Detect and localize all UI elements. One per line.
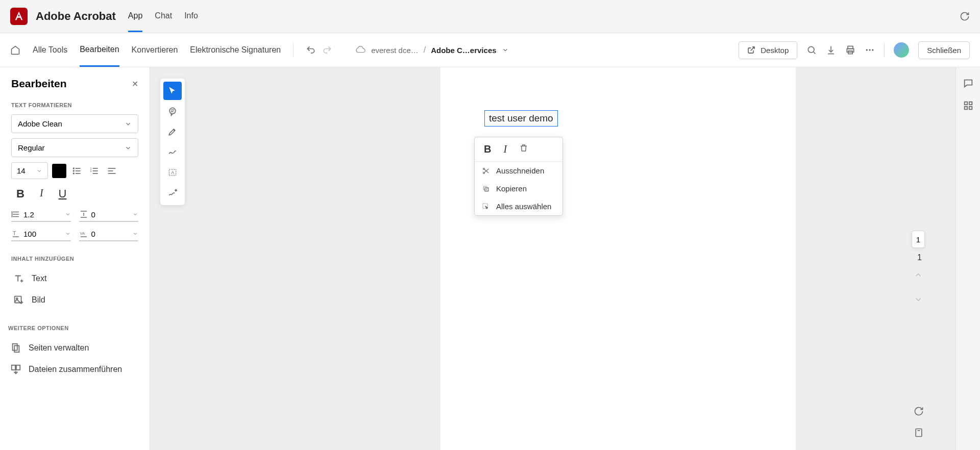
trash-icon — [519, 143, 528, 153]
comment-tool[interactable] — [163, 102, 182, 120]
select-all-icon — [482, 203, 490, 211]
tracking-icon: VA — [79, 229, 88, 238]
more-icon[interactable] — [865, 45, 875, 55]
underline-button[interactable]: U — [59, 187, 67, 201]
text-edit-box[interactable]: test user demo — [484, 110, 558, 127]
font-size-value: 14 — [17, 166, 26, 175]
add-image-button[interactable]: Bild — [11, 289, 138, 311]
tab-signatures[interactable]: Elektronische Signaturen — [190, 34, 281, 66]
chevron-down-icon — [132, 231, 138, 237]
tab-edit[interactable]: Bearbeiten — [80, 34, 119, 67]
refresh-icon[interactable] — [960, 11, 970, 21]
font-style-dropdown[interactable]: Regular — [11, 138, 138, 157]
sidebar-title: Bearbeiten — [11, 78, 67, 90]
tab-convert[interactable]: Konvertieren — [132, 34, 178, 66]
fill-sign-tool[interactable] — [163, 184, 182, 202]
menu-cut-label: Ausschneiden — [496, 166, 544, 175]
avatar[interactable] — [894, 42, 909, 58]
line-height-field[interactable]: 1.2 — [11, 210, 71, 222]
text-select-tool[interactable]: A — [163, 163, 182, 182]
draw-tool[interactable] — [163, 143, 182, 161]
page-down-button[interactable] — [914, 295, 924, 305]
document-page[interactable]: test user demo B I Ausschneiden Kopieren — [440, 67, 796, 450]
chevron-down-icon — [132, 211, 138, 217]
page-total: 1 — [917, 253, 922, 262]
thumbnails-panel-icon[interactable] — [963, 100, 974, 111]
color-picker[interactable] — [52, 164, 66, 178]
copy-icon — [482, 185, 490, 193]
floating-toolbar: A — [160, 79, 185, 205]
svg-point-35 — [483, 168, 485, 169]
close-button[interactable]: Schließen — [918, 41, 970, 59]
menu-cut[interactable]: Ausschneiden — [475, 162, 562, 180]
cut-icon — [482, 167, 490, 175]
menu-copy[interactable]: Kopieren — [475, 180, 562, 197]
svg-rect-43 — [969, 107, 972, 110]
svg-text:2: 2 — [90, 169, 92, 172]
breadcrumb-file[interactable]: Adobe C…ervices — [431, 46, 496, 55]
svg-rect-23 — [15, 296, 21, 303]
manage-pages-label: Seiten verwalten — [29, 343, 89, 353]
page-ruler-icon[interactable] — [914, 428, 924, 438]
numbered-list-icon[interactable]: 12 — [88, 164, 101, 178]
bold-button[interactable]: B — [16, 187, 24, 201]
breadcrumb-folder[interactable]: everest dce… — [371, 46, 419, 55]
desktop-button[interactable]: Desktop — [739, 41, 797, 59]
canvas-area: A test user demo B I Ausschneiden Kopier… — [150, 67, 955, 450]
add-text-button[interactable]: Text — [11, 268, 138, 289]
select-tool[interactable] — [163, 82, 182, 100]
chevron-down-icon — [65, 211, 71, 217]
chevron-down-icon[interactable] — [502, 46, 509, 54]
paragraph-spacing-value: 0 — [91, 210, 130, 219]
toolbar-left: Alle Tools Bearbeiten Konvertieren Elekt… — [10, 34, 509, 67]
tab-chat[interactable]: Chat — [155, 1, 172, 32]
page-indicator[interactable]: 1 — [912, 231, 925, 248]
svg-point-4 — [866, 49, 868, 51]
italic-button[interactable]: I — [40, 187, 43, 201]
svg-point-7 — [74, 168, 75, 169]
svg-point-34 — [483, 172, 485, 173]
redo-icon[interactable] — [322, 45, 332, 55]
rotate-icon[interactable] — [914, 406, 924, 416]
bullet-list-icon[interactable] — [70, 164, 84, 178]
tab-all-tools[interactable]: Alle Tools — [33, 34, 67, 66]
highlight-tool[interactable] — [163, 122, 182, 141]
font-family-dropdown[interactable]: Adobe Clean — [11, 114, 138, 133]
section-more-options: WEITERE OPTIONEN — [8, 325, 138, 331]
chevron-down-icon — [125, 144, 132, 152]
right-bottom-tools — [914, 406, 924, 438]
menu-select-all[interactable]: Alles auswählen — [475, 197, 562, 215]
page-up-button[interactable] — [914, 270, 924, 281]
font-family-value: Adobe Clean — [18, 119, 62, 128]
toolbar: Alle Tools Bearbeiten Konvertieren Elekt… — [0, 33, 980, 67]
popup-italic-button[interactable]: I — [503, 143, 507, 155]
search-icon[interactable] — [806, 45, 817, 55]
tracking-field[interactable]: VA 0 — [79, 229, 139, 241]
horiz-scale-field[interactable]: T 100 — [11, 229, 71, 241]
paragraph-spacing-field[interactable]: 0 — [79, 210, 139, 222]
home-icon[interactable] — [10, 45, 20, 55]
svg-rect-39 — [916, 429, 922, 437]
horiz-scale-icon: T — [11, 229, 20, 238]
comments-panel-icon[interactable] — [963, 78, 974, 89]
font-style-value: Regular — [18, 143, 45, 152]
tab-info[interactable]: Info — [184, 1, 198, 32]
svg-point-6 — [872, 49, 873, 51]
right-rail — [955, 67, 980, 450]
undo-icon[interactable] — [306, 45, 316, 55]
tab-app[interactable]: App — [128, 1, 142, 32]
print-icon[interactable] — [845, 45, 855, 55]
pages-icon — [10, 342, 21, 354]
font-size-input[interactable]: 14 — [11, 162, 48, 179]
popup-delete-button[interactable] — [519, 143, 528, 155]
menu-select-all-label: Alles auswählen — [496, 202, 551, 211]
external-link-icon — [747, 46, 755, 54]
align-left-icon[interactable] — [105, 164, 118, 178]
download-icon[interactable] — [826, 45, 836, 55]
merge-files-button[interactable]: Dateien zusammenführen — [8, 359, 138, 380]
divider — [884, 43, 885, 57]
popup-bold-button[interactable]: B — [484, 143, 491, 155]
section-add-content: INHALT HINZUFÜGEN — [11, 256, 138, 262]
manage-pages-button[interactable]: Seiten verwalten — [8, 337, 138, 359]
close-sidebar-icon[interactable]: ✕ — [132, 79, 138, 89]
